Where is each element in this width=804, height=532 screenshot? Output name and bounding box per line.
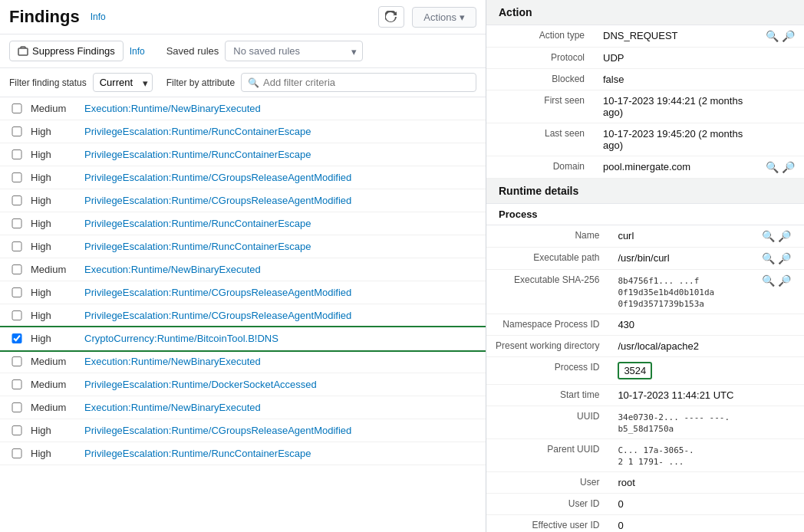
row-checkbox[interactable] bbox=[9, 310, 25, 320]
filter-status-label: Filter finding status bbox=[9, 77, 87, 88]
row-finding[interactable]: PrivilegeEscalation:Runtime/CGroupsRelea… bbox=[84, 172, 351, 183]
effective-user-id-value: 0 bbox=[608, 515, 753, 533]
findings-info-link[interactable]: Info bbox=[91, 11, 106, 22]
pid-highlight: 3524 bbox=[618, 362, 652, 379]
table-row[interactable]: HighPrivilegeEscalation:Runtime/RuncCont… bbox=[0, 235, 486, 258]
table-row[interactable]: MediumExecution:Runtime/NewBinaryExecute… bbox=[0, 350, 486, 373]
row-finding[interactable]: PrivilegeEscalation:Runtime/RuncContaine… bbox=[84, 448, 311, 459]
name-zoom-out-icon[interactable]: 🔎 bbox=[778, 230, 791, 242]
suppress-info-link[interactable]: Info bbox=[130, 46, 145, 57]
row-finding[interactable]: PrivilegeEscalation:Runtime/CGroupsRelea… bbox=[84, 195, 351, 206]
row-severity: Medium bbox=[31, 264, 84, 275]
row-finding[interactable]: Execution:Runtime/NewBinaryExecuted bbox=[84, 264, 261, 275]
sha-zoom-in-icon[interactable]: 🔍 bbox=[762, 274, 775, 287]
uuid-text: 34e0730-2... ---- ---.b5_58d1750a bbox=[618, 412, 730, 434]
suppress-label: Suppress Findings bbox=[32, 45, 115, 57]
zoom-out-icon[interactable]: 🔎 bbox=[782, 30, 795, 42]
row-checkbox[interactable] bbox=[9, 448, 25, 458]
row-finding[interactable]: Execution:Runtime/NewBinaryExecuted bbox=[84, 103, 261, 114]
row-finding[interactable]: PrivilegeEscalation:Runtime/CGroupsRelea… bbox=[84, 425, 351, 436]
sha-zoom-out-icon[interactable]: 🔎 bbox=[778, 274, 791, 287]
row-checkbox[interactable] bbox=[9, 333, 25, 343]
domain-highlight-value: pool.minergate.com bbox=[603, 161, 690, 172]
process-detail-table: Name curl 🔍 🔎 Executable path /usr/bin/c… bbox=[486, 225, 804, 532]
table-row[interactable]: HighPrivilegeEscalation:Runtime/RuncCont… bbox=[0, 212, 486, 235]
domain-icons: 🔍 🔎 bbox=[756, 156, 804, 179]
table-row[interactable]: HighCryptoCurrency:Runtime/BitcoinTool.B… bbox=[0, 327, 486, 350]
sha-text: 8b4756f1... ...f0f19d35e1b4d0b101da0f19d… bbox=[618, 276, 714, 309]
attr-search-box[interactable]: 🔍 bbox=[241, 73, 476, 92]
row-finding[interactable]: PrivilegeEscalation:Runtime/RuncContaine… bbox=[84, 149, 311, 160]
row-finding[interactable]: PrivilegeEscalation:Runtime/DockerSocket… bbox=[84, 379, 317, 390]
row-checkbox[interactable] bbox=[9, 195, 25, 205]
row-finding[interactable]: PrivilegeEscalation:Runtime/CGroupsRelea… bbox=[84, 310, 351, 321]
start-time-value: 10-17-2023 11:44:21 UTC bbox=[608, 385, 753, 406]
start-time-row: Start time 10-17-2023 11:44:21 UTC bbox=[486, 385, 804, 406]
attr-search-input[interactable] bbox=[263, 77, 470, 88]
row-checkbox[interactable] bbox=[9, 264, 25, 274]
row-checkbox[interactable] bbox=[9, 149, 25, 159]
exec-path-zoom-in-icon[interactable]: 🔍 bbox=[762, 252, 775, 264]
domain-row: Domain pool.minergate.com 🔍 🔎 bbox=[486, 156, 804, 179]
table-row[interactable]: HighPrivilegeEscalation:Runtime/CGroupsR… bbox=[0, 189, 486, 212]
table-row[interactable]: HighPrivilegeEscalation:Runtime/CGroupsR… bbox=[0, 166, 486, 189]
row-severity: High bbox=[31, 149, 84, 160]
table-row[interactable]: HighPrivilegeEscalation:Runtime/CGroupsR… bbox=[0, 419, 486, 442]
namespace-pid-value: 430 bbox=[608, 314, 753, 336]
user-id-value: 0 bbox=[608, 494, 753, 515]
row-checkbox[interactable] bbox=[9, 126, 25, 136]
action-type-icons: 🔍 🔎 bbox=[756, 25, 804, 48]
namespace-pid-row: Namespace Process ID 430 bbox=[486, 314, 804, 336]
actions-chevron-icon: ▾ bbox=[460, 11, 465, 23]
row-finding[interactable]: PrivilegeEscalation:Runtime/RuncContaine… bbox=[84, 218, 311, 229]
row-checkbox[interactable] bbox=[9, 103, 25, 113]
last-seen-value: 10-17-2023 19:45:20 (2 months ago) bbox=[594, 123, 756, 156]
refresh-button[interactable] bbox=[378, 6, 404, 28]
pwd-row: Present working directory /usr/local/apa… bbox=[486, 336, 804, 357]
name-zoom-in-icon[interactable]: 🔍 bbox=[762, 230, 775, 242]
row-severity: High bbox=[31, 172, 84, 183]
row-finding[interactable]: Execution:Runtime/NewBinaryExecuted bbox=[84, 356, 261, 367]
exec-path-zoom-out-icon[interactable]: 🔎 bbox=[778, 252, 791, 264]
right-panel-inner: Action Action type DNS_REQUEST 🔍 🔎 bbox=[486, 0, 804, 532]
exec-sha-row: Executable SHA-256 8b4756f1... ...f0f19d… bbox=[486, 270, 804, 314]
actions-button[interactable]: Actions ▾ bbox=[412, 7, 476, 28]
exec-sha-label: Executable SHA-256 bbox=[486, 270, 608, 314]
table-row[interactable]: MediumPrivilegeEscalation:Runtime/Docker… bbox=[0, 373, 486, 396]
row-finding[interactable]: PrivilegeEscalation:Runtime/RuncContaine… bbox=[84, 241, 311, 252]
row-finding[interactable]: CryptoCurrency:Runtime/BitcoinTool.B!DNS bbox=[84, 333, 278, 344]
filter-status-select[interactable]: Current bbox=[93, 73, 153, 92]
row-checkbox[interactable] bbox=[9, 172, 25, 182]
row-checkbox[interactable] bbox=[9, 379, 25, 389]
action-detail-table: Action type DNS_REQUEST 🔍 🔎 Protocol UDP bbox=[486, 25, 804, 179]
row-checkbox[interactable] bbox=[9, 402, 25, 412]
table-row[interactable]: HighPrivilegeEscalation:Runtime/RuncCont… bbox=[0, 442, 486, 465]
row-finding[interactable]: PrivilegeEscalation:Runtime/RuncContaine… bbox=[84, 126, 311, 137]
row-finding[interactable]: Execution:Runtime/NewBinaryExecuted bbox=[84, 402, 261, 413]
pwd-label: Present working directory bbox=[486, 336, 608, 357]
table-row[interactable]: HighPrivilegeEscalation:Runtime/CGroupsR… bbox=[0, 281, 486, 304]
suppress-findings-button[interactable]: Suppress Findings bbox=[9, 41, 124, 61]
table-row[interactable]: HighPrivilegeEscalation:Runtime/RuncCont… bbox=[0, 143, 486, 166]
row-checkbox[interactable] bbox=[9, 356, 25, 366]
row-checkbox[interactable] bbox=[9, 241, 25, 251]
table-row[interactable]: MediumExecution:Runtime/NewBinaryExecute… bbox=[0, 396, 486, 419]
row-finding[interactable]: PrivilegeEscalation:Runtime/CGroupsRelea… bbox=[84, 287, 351, 298]
table-row[interactable]: MediumExecution:Runtime/NewBinaryExecute… bbox=[0, 258, 486, 281]
blocked-label: Blocked bbox=[486, 69, 594, 90]
row-checkbox[interactable] bbox=[9, 287, 25, 297]
row-severity: High bbox=[31, 287, 84, 298]
table-row[interactable]: HighPrivilegeEscalation:Runtime/CGroupsR… bbox=[0, 304, 486, 327]
table-row[interactable]: MediumExecution:Runtime/NewBinaryExecute… bbox=[0, 97, 486, 120]
saved-rules-select[interactable]: No saved rules bbox=[225, 41, 363, 61]
table-row[interactable]: HighPrivilegeEscalation:Runtime/RuncCont… bbox=[0, 120, 486, 143]
row-severity: Medium bbox=[31, 379, 84, 390]
row-checkbox[interactable] bbox=[9, 425, 25, 435]
parent-uuid-value: C... 17a-3065-.2 1 1791- ... bbox=[608, 439, 753, 472]
domain-zoom-in-icon[interactable]: 🔍 bbox=[766, 161, 779, 173]
filter-bar: Filter finding status Current Filter by … bbox=[0, 68, 486, 97]
uuid-label: UUID bbox=[486, 406, 608, 439]
zoom-in-icon[interactable]: 🔍 bbox=[766, 30, 779, 42]
domain-zoom-out-icon[interactable]: 🔎 bbox=[782, 161, 795, 173]
row-checkbox[interactable] bbox=[9, 218, 25, 228]
